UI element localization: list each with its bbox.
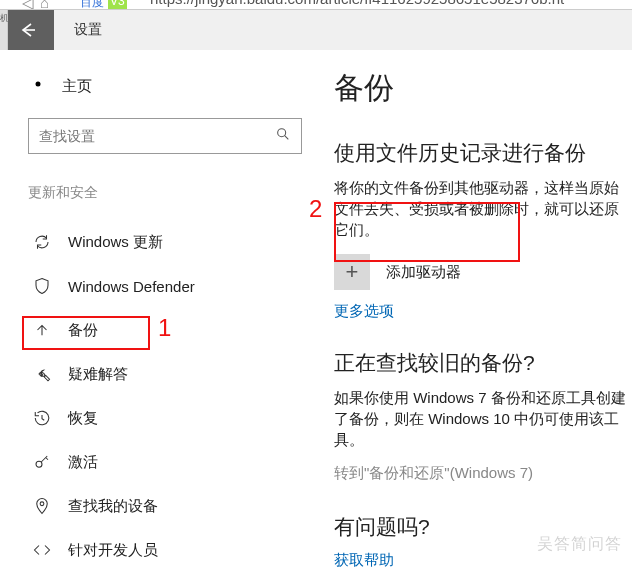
- goto-backup-restore-link[interactable]: 转到"备份和还原"(Windows 7): [334, 464, 630, 483]
- shield-icon: [32, 276, 52, 296]
- sidebar-item-label: 备份: [68, 321, 98, 340]
- code-icon: [32, 540, 52, 560]
- settings-title: 设置: [74, 21, 102, 39]
- sidebar-home[interactable]: 主页: [28, 74, 302, 98]
- svg-point-3: [40, 502, 44, 506]
- sidebar-item-label: Windows 更新: [68, 233, 163, 252]
- sidebar-item-label: Windows Defender: [68, 278, 195, 295]
- svg-point-0: [36, 82, 41, 87]
- page-title: 备份: [334, 68, 630, 109]
- address-bar-url: https://jingyan.baidu.com/article/ff4116…: [150, 0, 564, 7]
- site-badge-text: 百度: [80, 0, 104, 10]
- svg-point-2: [36, 461, 42, 467]
- wrench-icon: [32, 364, 52, 384]
- sidebar-item-backup[interactable]: 备份: [28, 308, 302, 352]
- sidebar-item-find-device[interactable]: 查找我的设备: [28, 484, 302, 528]
- key-icon: [32, 452, 52, 472]
- browser-chrome-fragment: ◁ ⌂ 百度 V3 https://jingyan.baidu.com/arti…: [0, 0, 632, 10]
- sidebar-home-label: 主页: [62, 77, 92, 96]
- sidebar-item-label: 针对开发人员: [68, 541, 158, 560]
- settings-title-bar: 设置: [0, 10, 632, 50]
- add-drive-button[interactable]: + 添加驱动器: [334, 254, 630, 290]
- sidebar-item-recovery[interactable]: 恢复: [28, 396, 302, 440]
- browser-back-icon: ◁: [22, 0, 34, 10]
- sidebar-item-label: 疑难解答: [68, 365, 128, 384]
- sync-icon: [32, 232, 52, 252]
- more-options-link[interactable]: 更多选项: [334, 302, 630, 321]
- section-body-file-history: 将你的文件备份到其他驱动器，这样当原始文件丢失、受损或者被删除时，就可以还原它们…: [334, 177, 630, 240]
- site-badge-v: V3: [108, 0, 127, 10]
- section-heading-file-history: 使用文件历史记录进行备份: [334, 139, 630, 167]
- search-icon: [275, 126, 291, 146]
- sidebar-item-defender[interactable]: Windows Defender: [28, 264, 302, 308]
- svg-point-1: [278, 129, 286, 137]
- sidebar-item-label: 恢复: [68, 409, 98, 428]
- sidebar-item-windows-update[interactable]: Windows 更新: [28, 220, 302, 264]
- sidebar-section-header: 更新和安全: [28, 184, 302, 202]
- home-icon: ⌂: [40, 0, 49, 10]
- sidebar-item-label: 查找我的设备: [68, 497, 158, 516]
- sidebar-item-activation[interactable]: 激活: [28, 440, 302, 484]
- sidebar-item-label: 激活: [68, 453, 98, 472]
- section-body-older-backup: 如果你使用 Windows 7 备份和还原工具创建了备份，则在 Windows …: [334, 387, 630, 450]
- arrow-left-icon: [17, 20, 37, 40]
- search-box[interactable]: [28, 118, 302, 154]
- add-drive-label: 添加驱动器: [386, 263, 461, 282]
- upload-icon: [32, 320, 52, 340]
- history-icon: [32, 408, 52, 428]
- section-heading-older-backup: 正在查找较旧的备份?: [334, 349, 630, 377]
- sidebar-item-developers[interactable]: 针对开发人员: [28, 528, 302, 572]
- sidebar: 主页 更新和安全 Windows 更新 Windows Defender 备份 …: [0, 50, 330, 579]
- gear-icon: [28, 74, 48, 98]
- plus-icon: +: [334, 254, 370, 290]
- watermark-text: 吴答简问答: [537, 534, 622, 555]
- search-input[interactable]: [39, 128, 275, 144]
- sidebar-item-troubleshoot[interactable]: 疑难解答: [28, 352, 302, 396]
- main-panel: 备份 使用文件历史记录进行备份 将你的文件备份到其他驱动器，这样当原始文件丢失、…: [330, 50, 630, 579]
- left-tab-fragment: 机: [0, 10, 8, 50]
- location-icon: [32, 496, 52, 516]
